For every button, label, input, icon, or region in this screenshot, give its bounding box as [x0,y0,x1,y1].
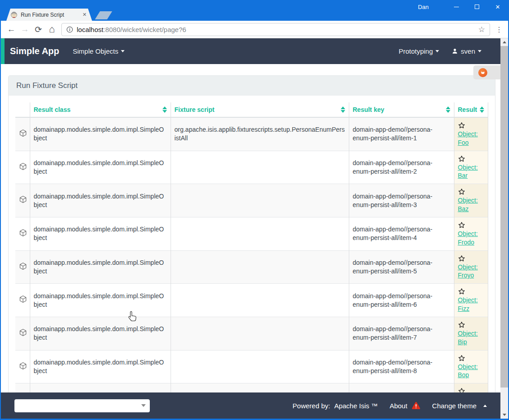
scrollbar-track[interactable] [500,388,508,411]
new-tab-button[interactable] [95,11,112,19]
menu-simple-objects[interactable]: Simple Objects [73,47,125,55]
star-icon[interactable] [458,122,465,129]
result-key-cell: domain-app-demo//persona-enum-persist-al… [349,217,454,251]
fixture-script-cell [171,284,349,317]
result-cell: Object: Fizz [454,284,488,317]
result-key-cell: domain-app-demo//persona-enum-persist-al… [349,317,454,351]
menu-user[interactable]: sven [452,47,481,55]
table-row: domainapp.modules.simple.dom.impl.Simple… [15,151,488,184]
star-icon[interactable] [458,321,465,328]
apache-isis-link[interactable]: Apache Isis ™ [334,402,378,410]
row-icon-cell [15,350,30,383]
star-icon[interactable] [458,222,465,229]
menu-prototyping[interactable]: Prototyping [398,47,439,55]
back-icon[interactable]: ← [5,23,17,35]
result-object-link[interactable]: Object: Bop [458,363,478,379]
panel-body: Result class Fixture script Result key [9,96,495,392]
row-icon-cell [15,317,30,351]
home-icon[interactable]: ⌂ [46,23,58,35]
app-brand[interactable]: Simple App [10,46,59,56]
app-navbar: Simple App Simple Objects Prototyping sv… [1,38,500,64]
chevron-up-icon [483,405,487,407]
result-object-link[interactable]: Object: Bar [458,164,478,180]
result-cell: Object: Foo [454,117,488,151]
favicon-avatar-icon [10,11,18,18]
result-class-cell: domainapp.modules.simple.dom.impl.Simple… [30,217,171,251]
fixture-script-cell [171,217,349,251]
scroll-up-icon[interactable] [500,38,508,46]
user-icon [452,48,458,55]
bookmark-star-icon[interactable]: ☆ [478,25,485,34]
result-object-link[interactable]: Object: Foo [458,130,478,146]
scroll-down-icon[interactable] [500,411,508,419]
table-row: domainapp.modules.simple.dom.impl.Simple… [15,383,488,392]
star-icon[interactable] [458,255,465,262]
result-class-cell: domainapp.modules.simple.dom.impl.Simple… [30,117,171,151]
scrollbar-thumb[interactable] [500,46,508,388]
maximize-button[interactable] [467,0,487,14]
url-bar[interactable]: localhost:8080/wicket/wicket/page?6 ☆ [61,23,490,36]
vertical-scrollbar[interactable] [500,38,508,419]
result-class-cell: domainapp.modules.simple.dom.impl.Simple… [30,184,171,217]
wicket-debug-icon[interactable] [478,68,487,77]
tab-title: Run Fixture Script [21,12,81,18]
result-object-link[interactable]: Object: Froyo [458,263,478,279]
domain-object-cube-icon [19,129,27,137]
app-footer: Powered by: Apache Isis ™ About Change t… [1,392,500,419]
result-object-link[interactable]: Object: Baz [458,197,478,212]
table-row: domainapp.modules.simple.dom.impl.Simple… [15,184,488,217]
result-object-link[interactable]: Object: Frodo [458,230,478,246]
browser-toolbar: ← → ⟳ ⌂ localhost:8080/wicket/wicket/pag… [1,21,508,38]
fixture-script-cell [171,250,349,284]
star-icon[interactable] [458,355,465,362]
result-key-cell: domain-app-demo//persona-enum-persist-al… [349,284,454,317]
domain-object-cube-icon [19,229,27,237]
result-cell: Object: Frodo [454,217,488,251]
result-class-cell: domainapp.modules.simple.dom.impl.Simple… [30,350,171,383]
column-header-result-key[interactable]: Result key [349,102,454,117]
star-icon[interactable] [458,388,465,392]
fixture-script-cell [171,317,349,351]
star-icon[interactable] [458,288,465,295]
result-key-cell: domain-app-demo//persona-enum-persist-al… [349,117,454,151]
chrome-profile-name[interactable]: Dan [418,4,429,10]
star-icon[interactable] [458,155,465,162]
forward-icon[interactable]: → [19,23,31,35]
domain-object-cube-icon [19,195,27,203]
browser-titlebar: Run Fixture Script ✕ Dan ✕ [1,0,508,21]
sort-icon[interactable] [162,106,167,113]
minimize-button[interactable] [446,0,467,14]
table-row: domainapp.modules.simple.dom.impl.Simple… [15,350,488,383]
row-icon-cell [15,151,30,184]
tab-close-icon[interactable]: ✕ [81,11,88,18]
url-path: :8080/wicket/wicket/page?6 [103,26,478,33]
result-key-cell: domain-app-demo//persona-enum-persist-al… [349,383,454,392]
domain-object-cube-icon [19,295,27,303]
chevron-down-icon [121,50,125,52]
sort-icon[interactable] [480,106,484,113]
warning-icon [412,402,421,410]
row-icon-cell [15,250,30,284]
page-info-icon[interactable] [66,26,73,33]
chevron-down-icon [141,404,146,407]
fixture-script-cell [171,151,349,184]
table-row: domainapp.modules.simple.dom.impl.Simple… [15,250,488,284]
result-object-link[interactable]: Object: Fizz [458,296,478,312]
star-icon[interactable] [458,188,465,195]
column-header-result-class[interactable]: Result class [30,102,171,117]
column-header-result[interactable]: Result [454,102,488,117]
sort-icon[interactable] [341,106,345,113]
browser-tab[interactable]: Run Fixture Script ✕ [6,9,92,21]
change-theme-link[interactable]: Change theme [432,402,487,410]
close-button[interactable]: ✕ [487,0,508,14]
fixture-script-cell [171,383,349,392]
result-object-link[interactable]: Object: Bip [458,330,478,346]
theme-select[interactable] [14,399,150,412]
domain-object-cube-icon [19,362,27,370]
refresh-icon[interactable]: ⟳ [32,23,44,35]
domain-object-cube-icon [19,328,27,337]
column-header-fixture-script[interactable]: Fixture script [171,102,349,117]
sort-icon[interactable] [446,106,450,113]
about-link[interactable]: About [389,402,420,410]
chrome-menu-icon[interactable]: ⋮ [494,25,504,34]
